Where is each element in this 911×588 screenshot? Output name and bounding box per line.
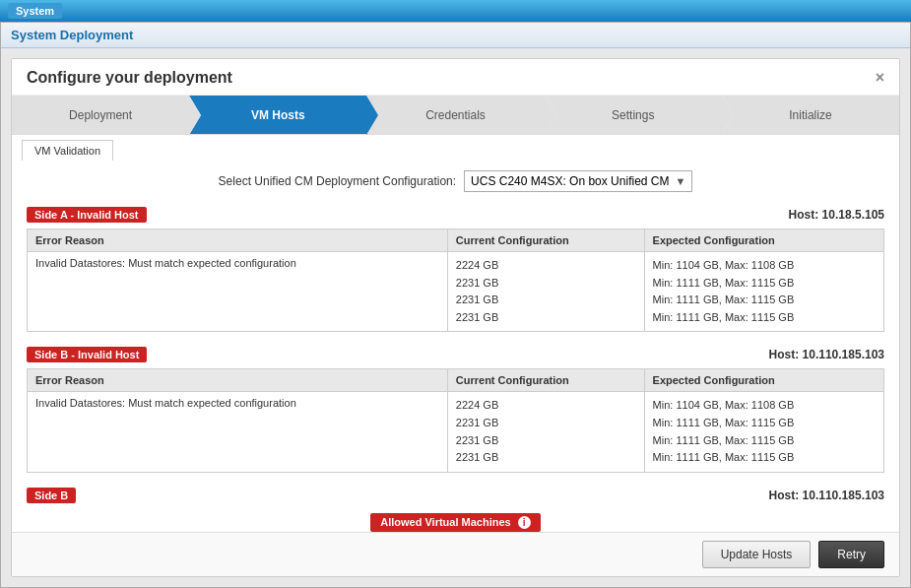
- side-b-invalid-badge: Side B - Invalid Host: [27, 347, 147, 362]
- select-row: Select Unified CM Deployment Configurati…: [27, 170, 884, 192]
- side-b-section: Side B Host: 10.110.185.103 Allowed Virt…: [27, 488, 884, 532]
- current-config-b: 2224 GB 2231 GB 2231 GB 2231 GB: [447, 392, 644, 472]
- side-b-invalid-section: Side B - Invalid Host Host: 10.110.185.1…: [27, 347, 884, 472]
- side-b-host: Host: 10.110.185.103: [769, 489, 884, 502]
- deployment-config-select[interactable]: UCS C240 M4SX: On box Unified CM ▼: [464, 170, 692, 192]
- col-error-reason-a: Error Reason: [28, 229, 448, 252]
- update-hosts-button[interactable]: Update Hosts: [702, 541, 812, 568]
- col-error-reason-b: Error Reason: [28, 369, 448, 392]
- col-current-config-b: Current Configuration: [447, 369, 644, 392]
- col-current-config-a: Current Configuration: [447, 229, 644, 252]
- vm-validation-tab[interactable]: VM Validation: [22, 140, 113, 161]
- allowed-vm-badge: Allowed Virtual Machines i: [370, 513, 541, 532]
- dialog-content[interactable]: VM Validation Select Unified CM Deployme…: [12, 135, 899, 532]
- content-inner: Select Unified CM Deployment Configurati…: [12, 161, 899, 532]
- window-title: System Deployment: [1, 23, 910, 48]
- side-b-header: Side B Host: 10.110.185.103: [27, 488, 884, 503]
- dialog-footer: Update Hosts Retry: [12, 532, 899, 576]
- dialog-header: Configure your deployment ×: [12, 59, 899, 96]
- select-label: Select Unified CM Deployment Configurati…: [219, 174, 456, 188]
- close-button[interactable]: ×: [876, 69, 884, 87]
- system-label: System: [8, 3, 62, 19]
- select-value: UCS C240 M4SX: On box Unified CM: [471, 174, 669, 188]
- wizard-steps: Deployment VM Hosts Credentials Settings…: [12, 96, 899, 135]
- select-arrow-icon: ▼: [675, 175, 685, 187]
- table-row: Invalid Datastores: Must match expected …: [28, 392, 884, 472]
- allowed-vm-label: Allowed Virtual Machines: [380, 516, 510, 528]
- expected-config-b: Min: 1104 GB, Max: 1108 GB Min: 1111 GB,…: [644, 392, 883, 472]
- info-icon: i: [518, 516, 531, 529]
- side-a-table: Error Reason Current Configuration Expec…: [27, 229, 884, 332]
- side-b-badge: Side B: [27, 488, 76, 503]
- step-vmhosts[interactable]: VM Hosts: [189, 96, 366, 134]
- side-b-invalid-table: Error Reason Current Configuration Expec…: [27, 368, 884, 472]
- expected-config-a: Min: 1104 GB, Max: 1108 GB Min: 1111 GB,…: [644, 252, 883, 332]
- side-a-host: Host: 10.18.5.105: [789, 208, 884, 222]
- error-reason-b: Invalid Datastores: Must match expected …: [28, 392, 448, 472]
- step-deployment[interactable]: Deployment: [12, 96, 189, 134]
- step-settings[interactable]: Settings: [545, 96, 722, 134]
- side-a-section: Side A - Invalid Host Host: 10.18.5.105 …: [27, 207, 884, 332]
- allowed-vm-section: Allowed Virtual Machines i: [27, 513, 884, 532]
- retry-button[interactable]: Retry: [818, 541, 884, 568]
- table-row: Invalid Datastores: Must match expected …: [28, 252, 884, 332]
- dialog-title: Configure your deployment: [27, 69, 232, 87]
- side-b-invalid-header: Side B - Invalid Host Host: 10.110.185.1…: [27, 347, 884, 362]
- side-b-invalid-host: Host: 10.110.185.103: [769, 348, 884, 361]
- col-expected-config-b: Expected Configuration: [644, 369, 883, 392]
- window-frame: System Deployment Configure your deploym…: [0, 22, 911, 588]
- step-credentials[interactable]: Credentials: [366, 96, 544, 134]
- side-a-header: Side A - Invalid Host Host: 10.18.5.105: [27, 207, 884, 223]
- configure-dialog: Configure your deployment × Deployment V…: [11, 58, 900, 577]
- step-initialize[interactable]: Initialize: [722, 96, 899, 134]
- top-bar: System: [0, 0, 911, 22]
- current-config-a: 2224 GB 2231 GB 2231 GB 2231 GB: [447, 252, 644, 332]
- side-a-badge: Side A - Invalid Host: [27, 207, 147, 223]
- col-expected-config-a: Expected Configuration: [644, 229, 883, 252]
- error-reason-a: Invalid Datastores: Must match expected …: [28, 252, 448, 332]
